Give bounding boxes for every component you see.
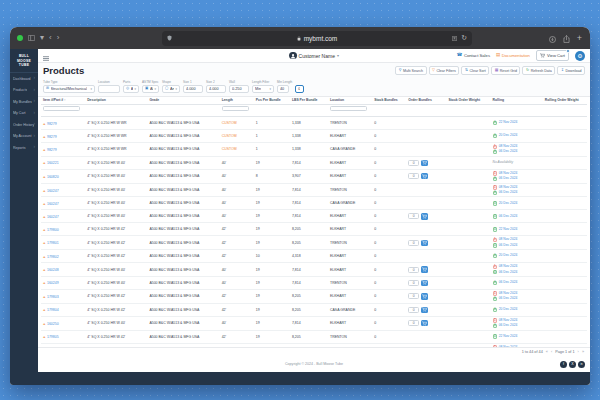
expand-plus-icon[interactable]: + [43,240,45,245]
item-link[interactable]: 98279 [47,148,57,152]
reset-grid-button[interactable]: ▦Reset Grid [491,66,520,75]
order-qty-input[interactable] [408,267,419,273]
column-header-length[interactable]: Length [220,97,254,104]
last-page-icon[interactable]: » [582,350,584,354]
expand-plus-icon[interactable]: + [43,254,45,259]
add-to-cart-button[interactable] [421,293,429,300]
expand-plus-icon[interactable]: + [43,267,45,272]
column-header-rowt[interactable]: Rolling Order Weight [543,97,587,104]
order-qty-input[interactable] [408,173,419,179]
translate-icon[interactable] [452,35,457,42]
expand-plus-icon[interactable]: + [43,174,45,179]
item-link[interactable]: 160249 [47,281,59,285]
customer-menu[interactable]: Customer Name ▾ [289,52,339,60]
sidebar-item-dashboard[interactable]: Dashboard› [10,73,38,85]
filter-length-filter-control[interactable]: Min▾ [252,85,274,93]
filter-qty-zero-control[interactable]: 0 [295,85,304,93]
item-link[interactable]: 98279 [47,135,57,139]
expand-plus-icon[interactable]: + [43,227,45,232]
rolling-date[interactable]: 006 Dec 2024 [493,280,541,285]
column-header-item[interactable]: Item #/Part # ↑ [41,97,85,104]
address-bar[interactable]: mybmt.com ↻ [162,31,472,46]
sidebar-item-order-history[interactable]: Order History› [10,119,38,131]
item-link[interactable]: 179803 [47,295,59,299]
sidebar-item-reports[interactable]: Reports› [10,142,38,154]
item-link[interactable]: 179805 [47,335,59,339]
add-to-cart-button[interactable] [421,240,429,247]
column-header-loc[interactable]: Location [328,97,372,104]
column-header-sow[interactable]: Stock Order Weight [446,97,490,104]
rolling-date[interactable]: 006 Dec 2024 [493,149,541,154]
column-header-rolling[interactable]: Rolling [491,97,543,104]
filter-location-input[interactable] [98,85,120,93]
sidebar-item-my-bundles[interactable]: My Bundles› [10,96,38,108]
column-header-pcs[interactable]: Pcs Per Bundle [254,97,290,104]
filter-min-length-input[interactable] [277,85,289,93]
column-filter-input[interactable] [330,106,367,112]
item-link[interactable]: 160247 [47,202,59,206]
column-filter-input[interactable] [222,106,250,112]
download-button[interactable]: ↧Download [557,66,585,75]
filter-wall-input[interactable] [229,85,249,93]
expand-plus-icon[interactable]: + [43,321,45,326]
filter-parts-control[interactable]: ◎All▾ [123,85,139,93]
downloads-icon[interactable] [549,29,556,47]
sidebar-item-my-account[interactable]: My Account› [10,130,38,142]
shield-icon[interactable] [167,35,172,41]
item-link[interactable]: 160820 [47,175,59,179]
expand-plus-icon[interactable]: + [43,121,45,126]
rolling-date[interactable]: 006 Dec 2024 [493,190,541,195]
expand-plus-icon[interactable]: + [43,147,45,152]
item-link[interactable]: 179804 [47,308,59,312]
sidebar-item-my-cart[interactable]: My Cart› [10,107,38,119]
order-qty-input[interactable] [408,307,419,313]
order-qty-input[interactable] [408,213,419,219]
rolling-date[interactable]: 006 Dec 2024 [493,323,541,328]
filter-astm-spec-control[interactable]: ▣All▾ [142,85,159,93]
expand-plus-icon[interactable]: + [43,307,45,312]
first-page-icon[interactable]: « [546,350,548,354]
sidebar-toggle-icon[interactable] [28,35,35,41]
item-link[interactable]: 160248 [47,268,59,272]
chevron-down-icon[interactable]: ▾ [40,34,44,42]
item-link[interactable]: 179802 [47,255,59,259]
order-qty-input[interactable] [408,160,419,166]
item-link[interactable]: 179800 [47,228,59,232]
column-header-stock[interactable]: Stock Bundles [372,97,406,104]
contact-sales-link[interactable]: ☎ Contact Sales [457,53,490,58]
rolling-date[interactable]: 020 Dec 2024 [493,133,541,138]
column-header-order[interactable]: Order Bundles [406,97,446,104]
forward-icon[interactable]: › [57,34,60,42]
rolling-date[interactable]: 020 Dec 2024 [493,201,541,206]
column-header-grade[interactable]: Grade [147,97,219,104]
expand-plus-icon[interactable]: + [43,188,45,193]
expand-plus-icon[interactable]: + [43,160,45,165]
menu-icon[interactable] [43,47,49,65]
column-header-desc[interactable]: Description [85,97,147,104]
expand-plus-icon[interactable]: + [43,134,45,139]
column-filter-input[interactable] [43,106,80,112]
rolling-date[interactable]: 020 Dec 2024 [493,307,541,312]
expand-plus-icon[interactable]: + [43,280,45,285]
rolling-date[interactable]: 006 Dec 2024 [493,214,541,219]
add-to-cart-button[interactable] [421,213,429,220]
reload-icon[interactable]: ↻ [461,34,467,42]
rolling-date[interactable]: 006 Dec 2024 [493,270,541,275]
refresh-data-button[interactable]: ↻Refresh Data [522,66,555,75]
share-icon[interactable] [563,29,570,47]
rolling-date[interactable]: 006 Dec 2024 [493,243,541,248]
expand-plus-icon[interactable]: + [43,201,45,206]
new-tab-icon[interactable]: + [577,33,582,43]
expand-plus-icon[interactable]: + [43,334,45,339]
expand-plus-icon[interactable]: + [43,294,45,299]
order-qty-input[interactable] [408,320,419,326]
rolling-date[interactable]: 006 Dec 2024 [493,176,541,181]
item-link[interactable]: 160247 [47,189,59,193]
add-to-cart-button[interactable] [421,280,429,287]
add-to-cart-button[interactable] [421,320,429,327]
order-qty-input[interactable] [408,293,419,299]
item-link[interactable]: 160250 [47,322,59,326]
sidebar-item-products[interactable]: Products› [10,84,38,96]
settings-button[interactable]: ⚙ [575,51,585,61]
filter-size-2-input[interactable] [206,85,226,93]
